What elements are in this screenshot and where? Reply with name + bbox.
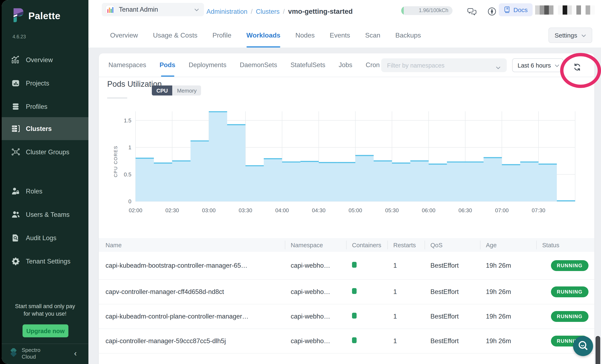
spectro-cloud-label: Spectro Cloud <box>22 347 40 360</box>
scrollbar-thumb[interactable] <box>596 336 600 364</box>
svg-text:0.5: 0.5 <box>124 171 131 178</box>
pod-name: capv-controller-manager-cff4d658d-nd8ct <box>99 288 285 296</box>
audit-icon <box>11 233 20 242</box>
pod-age: 19h 26m <box>480 337 536 345</box>
sidebar-item-roles[interactable]: Roles <box>2 180 89 203</box>
tab-events[interactable]: Events <box>330 23 350 48</box>
main-area: Tenant Admin Administration / Clusters /… <box>89 0 601 364</box>
column-header-age: Age <box>480 242 536 248</box>
cluster-tabs: OverviewUsage & CostsProfileWorkloadsNod… <box>110 23 421 48</box>
tab-overview[interactable]: Overview <box>110 23 138 48</box>
table-row-partial[interactable] <box>99 354 594 364</box>
sidebar-item-users-teams[interactable]: Users & Teams <box>2 203 89 226</box>
subtab-cron[interactable]: Cron <box>366 61 380 69</box>
usage-quota-badge: 1.96/100kCh <box>401 6 452 15</box>
docs-button[interactable]: Docs <box>499 3 533 16</box>
breadcrumb-cluster-name: vmo-getting-started <box>288 8 353 15</box>
time-range-select[interactable]: Last 6 hours <box>512 58 563 72</box>
screen: Palette 4.6.23 OverviewProjectsProfilesC… <box>0 0 601 364</box>
pod-containers <box>346 313 388 320</box>
tab-profile[interactable]: Profile <box>212 23 231 48</box>
active-subtab-underline <box>161 76 174 77</box>
chevron-down-icon <box>581 32 586 39</box>
tab-usage-costs[interactable]: Usage & Costs <box>153 23 197 48</box>
table-row[interactable]: capv-controller-manager-cff4d658d-nd8ctc… <box>99 280 594 304</box>
chevron-down-icon <box>496 64 501 71</box>
tab-workloads[interactable]: Workloads <box>247 23 280 48</box>
pod-namespace: capi-webho… <box>285 262 346 269</box>
cluster-groups-icon <box>11 148 20 157</box>
svg-text:04:30: 04:30 <box>312 207 326 214</box>
promo-text: Start small and only pay for what you us… <box>2 303 89 318</box>
breadcrumb-clusters[interactable]: Clusters <box>256 8 280 15</box>
subtab-statefulsets[interactable]: StatefulSets <box>290 61 325 69</box>
tab-backups[interactable]: Backups <box>395 23 421 48</box>
subtab-namespaces[interactable]: Namespaces <box>109 61 146 69</box>
table-row[interactable]: capi-kubeadm-control-plane-controller-ma… <box>99 304 594 329</box>
sidebar-item-overview[interactable]: Overview <box>2 48 89 71</box>
sidebar-item-projects[interactable]: Projects <box>2 72 89 95</box>
tab-scan[interactable]: Scan <box>365 23 380 48</box>
pod-age: 19h 26m <box>480 262 536 269</box>
subtab-jobs[interactable]: Jobs <box>339 61 352 69</box>
workload-subtabs: NamespacesPodsDeploymentsDaemonSetsState… <box>109 53 380 77</box>
chevron-down-icon <box>194 6 199 13</box>
settings-button[interactable]: Settings <box>549 28 592 43</box>
refresh-icon[interactable] <box>572 62 582 72</box>
projects-icon <box>11 79 20 88</box>
chevron-down-icon <box>555 62 559 69</box>
svg-text:1: 1 <box>129 144 131 150</box>
pod-namespace: capi-webho… <box>285 313 346 320</box>
tenant-selector[interactable]: Tenant Admin <box>102 3 204 16</box>
table-row[interactable]: capi-kubeadm-bootstrap-controller-manage… <box>99 252 594 280</box>
sidebar-item-audit-logs[interactable]: Audit Logs <box>2 226 89 249</box>
svg-text:03:30: 03:30 <box>239 207 252 214</box>
cpu-toggle-button[interactable]: CPU <box>152 86 172 96</box>
column-header-status: Status <box>536 242 594 248</box>
clusters-icon <box>11 124 20 133</box>
workloads-card: NamespacesPodsDeploymentsDaemonSetsState… <box>99 53 594 364</box>
tenant-icon <box>106 5 115 14</box>
svg-text:05:00: 05:00 <box>349 207 362 214</box>
sidebar-item-cluster-groups[interactable]: Cluster Groups <box>2 140 89 163</box>
top-bar: Tenant Admin Administration / Clusters /… <box>89 0 601 23</box>
spectro-cloud-logo-icon <box>8 348 19 361</box>
container-status-square <box>352 337 357 343</box>
support-search-fab[interactable] <box>573 336 593 356</box>
subtab-pods[interactable]: Pods <box>160 61 175 69</box>
pod-name: capi-kubeadm-bootstrap-controller-manage… <box>99 262 285 269</box>
breadcrumb-administration[interactable]: Administration <box>206 8 247 15</box>
app-window: Palette 4.6.23 OverviewProjectsProfilesC… <box>2 0 601 364</box>
cpu-utilization-chart: 00.511.502:0002:3003:0003:3004:0004:3005… <box>111 108 579 221</box>
memory-toggle-button[interactable]: Memory <box>172 86 201 96</box>
pod-namespace: capi-webho… <box>285 288 346 296</box>
pod-restarts: 1 <box>388 262 425 269</box>
pods-table: capi-kubeadm-bootstrap-controller-manage… <box>99 252 594 364</box>
status-badge: RUNNING <box>551 260 588 271</box>
pod-status: RUNNING <box>536 286 594 297</box>
namespace-filter-input[interactable] <box>381 58 507 72</box>
subtab-deployments[interactable]: Deployments <box>189 61 226 69</box>
subtab-daemonsets[interactable]: DaemonSets <box>240 61 277 69</box>
sidebar-item-tenant-settings[interactable]: Tenant Settings <box>2 250 89 273</box>
svg-text:06:00: 06:00 <box>422 207 435 214</box>
tab-nodes[interactable]: Nodes <box>295 23 315 48</box>
table-header: NameNamespaceContainersRestartsQoSAgeSta… <box>99 238 594 252</box>
svg-text:04:00: 04:00 <box>275 207 289 214</box>
collapse-sidebar-icon[interactable]: ‹ <box>74 349 77 358</box>
sidebar-item-profiles[interactable]: Profiles <box>2 95 89 118</box>
brand-name: Palette <box>28 10 60 22</box>
chat-icon[interactable] <box>467 7 477 17</box>
compass-icon[interactable] <box>487 7 497 17</box>
pod-restarts: 1 <box>388 288 425 296</box>
column-header-qos: QoS <box>425 242 480 248</box>
sidebar-item-clusters[interactable]: Clusters <box>2 117 89 140</box>
upgrade-now-button[interactable]: Upgrade now <box>22 325 68 337</box>
redacted-user-info <box>535 5 595 15</box>
container-status-square <box>352 288 357 294</box>
pod-qos: BestEffort <box>425 288 480 296</box>
table-row[interactable]: capi-controller-manager-59ccc87cc5-dlh5j… <box>99 329 594 354</box>
svg-text:07:30: 07:30 <box>532 207 545 214</box>
gear-icon <box>11 257 20 266</box>
pod-age: 19h 26m <box>480 288 536 296</box>
